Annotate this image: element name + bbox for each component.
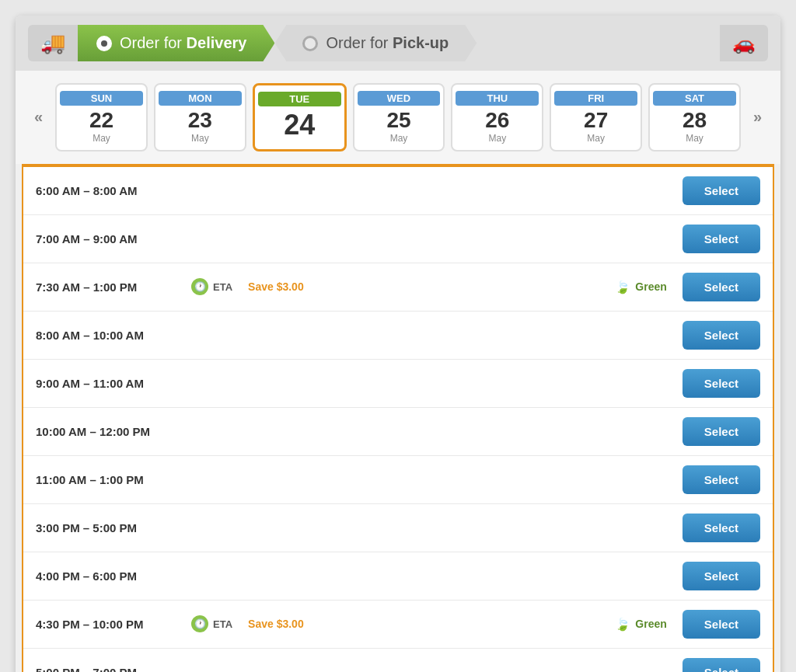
- timeslot-time: 7:00 AM – 9:00 AM: [36, 232, 191, 245]
- leaf-icon: 🍃: [615, 280, 630, 294]
- timeslot-time: 4:30 PM – 10:00 PM: [36, 618, 191, 631]
- select-button[interactable]: Select: [683, 417, 760, 446]
- timeslot-row: 9:00 AM – 11:00 AM Select: [23, 360, 773, 408]
- timeslot-row: 10:00 AM – 12:00 PM Select: [23, 408, 773, 456]
- timeslot-extras: 🕐 ETA Save $3.00 🍃 Green: [191, 278, 683, 295]
- timeslot-time: 5:00 PM – 7:00 PM: [36, 666, 191, 672]
- eta-label: ETA: [213, 281, 232, 293]
- select-button[interactable]: Select: [683, 176, 760, 205]
- select-button[interactable]: Select: [683, 273, 760, 301]
- timeslot-time: 4:00 PM – 6:00 PM: [36, 569, 191, 583]
- day-num: 27: [554, 109, 637, 133]
- save-label: Save $3.00: [248, 280, 304, 293]
- pickup-radio: [302, 36, 318, 51]
- pickup-button[interactable]: Order for Pick-up: [274, 25, 477, 61]
- day-month: May: [159, 133, 242, 144]
- timeslot-row: 8:00 AM – 10:00 AM Select: [23, 312, 773, 360]
- timeslot-row: 6:00 AM – 8:00 AM Select: [23, 165, 773, 215]
- timeslot-row: 7:00 AM – 9:00 AM Select: [23, 215, 773, 263]
- day-month: May: [358, 133, 441, 144]
- day-num: 28: [653, 109, 736, 133]
- prev-arrow[interactable]: «: [28, 105, 49, 129]
- delivery-bold-text: Delivery: [187, 34, 247, 51]
- main-container: 🚚 Order for Delivery Order for Pick-up 🚗…: [16, 16, 780, 672]
- day-name: MON: [159, 91, 242, 106]
- eta-clock-icon: 🕐: [191, 278, 208, 295]
- timeslot-time: 10:00 AM – 12:00 PM: [36, 425, 191, 438]
- days-row: SUN 22 May MON 23 May TUE 24 WED 25 May …: [55, 83, 741, 151]
- leaf-icon: 🍃: [615, 617, 630, 632]
- header: 🚚 Order for Delivery Order for Pick-up 🚗: [16, 16, 780, 71]
- timeslot-row: 7:30 AM – 1:00 PM 🕐 ETA Save $3.00 🍃 Gre…: [23, 263, 773, 312]
- eta-badge: 🕐 ETA: [191, 615, 232, 632]
- delivery-radio: [96, 36, 112, 51]
- timeslot-time: 11:00 AM – 1:00 PM: [36, 473, 191, 486]
- day-num: 24: [258, 110, 341, 141]
- day-name: WED: [358, 91, 441, 106]
- day-cell-wed[interactable]: WED 25 May: [353, 83, 445, 151]
- truck-icon: 🚚: [28, 25, 78, 61]
- timeslot-row: 5:00 PM – 7:00 PM Select: [23, 649, 773, 672]
- select-button[interactable]: Select: [683, 658, 760, 672]
- day-cell-fri[interactable]: FRI 27 May: [550, 83, 642, 151]
- timeslot-time: 9:00 AM – 11:00 AM: [36, 377, 191, 390]
- eta-label: ETA: [213, 618, 232, 630]
- select-button[interactable]: Select: [683, 225, 760, 253]
- timeslot-row: 11:00 AM – 1:00 PM Select: [23, 456, 773, 504]
- day-cell-sun[interactable]: SUN 22 May: [55, 83, 148, 151]
- day-num: 26: [456, 109, 539, 133]
- day-num: 25: [358, 109, 441, 133]
- green-label: 🍃 Green: [615, 617, 666, 632]
- timeslot-row: 3:00 PM – 5:00 PM Select: [23, 504, 773, 552]
- green-text: Green: [635, 280, 666, 293]
- select-button[interactable]: Select: [683, 562, 760, 590]
- green-text: Green: [635, 618, 666, 630]
- day-num: 22: [60, 109, 143, 133]
- green-label: 🍃 Green: [615, 280, 666, 294]
- timeslot-time: 7:30 AM – 1:00 PM: [36, 280, 191, 294]
- day-name: SUN: [60, 91, 143, 106]
- day-name: THU: [456, 91, 539, 106]
- save-label: Save $3.00: [248, 618, 304, 630]
- day-cell-thu[interactable]: THU 26 May: [451, 83, 543, 151]
- calendar-nav: « SUN 22 May MON 23 May TUE 24 WED 25 Ma…: [16, 71, 780, 164]
- delivery-button[interactable]: Order for Delivery: [78, 25, 274, 61]
- day-month: May: [653, 133, 736, 144]
- day-name: SAT: [653, 91, 736, 106]
- timeslots-container: 6:00 AM – 8:00 AM Select 7:00 AM – 9:00 …: [22, 164, 774, 672]
- timeslot-row: 4:00 PM – 6:00 PM Select: [23, 552, 773, 601]
- day-name: FRI: [554, 91, 637, 106]
- day-cell-sat[interactable]: SAT 28 May: [648, 83, 741, 151]
- next-arrow[interactable]: »: [747, 105, 768, 129]
- day-month: May: [554, 133, 637, 144]
- pickup-bold-text: Pick-up: [393, 34, 449, 51]
- timeslot-time: 3:00 PM – 5:00 PM: [36, 521, 191, 534]
- eta-badge: 🕐 ETA: [191, 278, 232, 295]
- timeslot-time: 8:00 AM – 10:00 AM: [36, 329, 191, 342]
- timeslot-time: 6:00 AM – 8:00 AM: [36, 184, 191, 197]
- select-button[interactable]: Select: [683, 369, 760, 398]
- pickup-label: Order for Pick-up: [326, 34, 449, 52]
- timeslot-extras: 🕐 ETA Save $3.00 🍃 Green: [191, 615, 683, 632]
- day-num: 23: [159, 109, 242, 133]
- select-button[interactable]: Select: [683, 465, 760, 494]
- day-cell-tue[interactable]: TUE 24: [253, 83, 347, 151]
- day-name: TUE: [258, 92, 341, 106]
- select-button[interactable]: Select: [683, 321, 760, 350]
- eta-clock-icon: 🕐: [191, 615, 208, 632]
- day-month: May: [60, 133, 143, 144]
- delivery-label: Order for Delivery: [120, 34, 246, 52]
- day-cell-mon[interactable]: MON 23 May: [154, 83, 246, 151]
- timeslot-row: 4:30 PM – 10:00 PM 🕐 ETA Save $3.00 🍃 Gr…: [23, 601, 773, 649]
- select-button[interactable]: Select: [683, 610, 760, 639]
- select-button[interactable]: Select: [683, 514, 760, 542]
- day-month: May: [456, 133, 539, 144]
- car-icon: 🚗: [720, 25, 768, 61]
